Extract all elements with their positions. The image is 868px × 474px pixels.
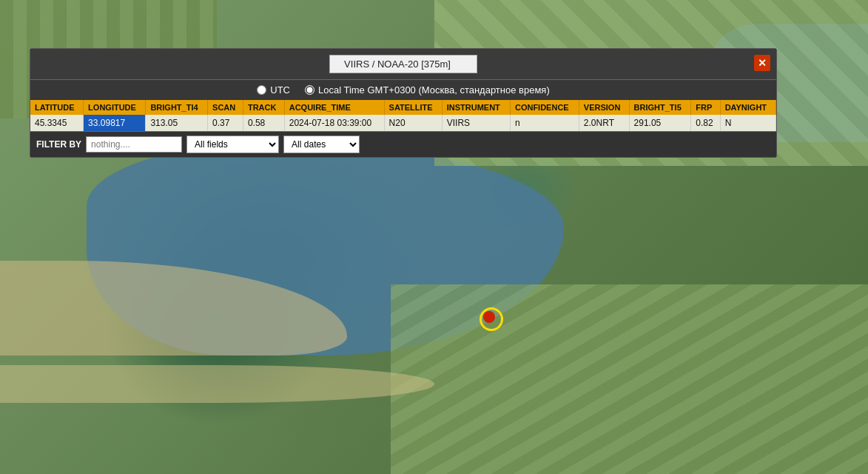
utc-radio-label[interactable]: UTC xyxy=(257,84,290,96)
col-header-instrument[interactable]: INSTRUMENT xyxy=(442,100,510,115)
cell-satellite: N20 xyxy=(384,115,442,131)
header-row: LATITUDE LONGITUDE BRIGHT_TI4 SCAN TRACK… xyxy=(30,100,776,115)
col-header-longitude[interactable]: LONGITUDE xyxy=(84,100,146,115)
cell-bright-ti4: 313.05 xyxy=(146,115,208,131)
fire-marker[interactable] xyxy=(480,307,503,331)
data-table: LATITUDE LONGITUDE BRIGHT_TI4 SCAN TRACK… xyxy=(30,100,776,131)
col-header-version[interactable]: VERSION xyxy=(579,100,629,115)
filter-fields-select[interactable]: All fields LATITUDE LONGITUDE BRIGHT_TI4… xyxy=(186,136,279,153)
local-radio[interactable] xyxy=(305,85,314,95)
cell-version: 2.0NRT xyxy=(579,115,629,131)
col-header-satellite[interactable]: SATELLITE xyxy=(384,100,442,115)
filter-dates-select[interactable]: All dates Today Last 7 days Last 30 days xyxy=(283,136,360,153)
cell-track: 0.58 xyxy=(243,115,284,131)
satellite-select[interactable]: VIIRS / NOAA-20 [375m] VIIRS / SUOMI-NPP… xyxy=(329,55,477,73)
cell-acquire-time: 2024-07-18 03:39:00 xyxy=(284,115,384,131)
timezone-row: UTC Local Time GMT+0300 (Москва, стандар… xyxy=(30,79,776,100)
col-header-confidence[interactable]: CONFIDENCE xyxy=(510,100,579,115)
col-header-acquire-time[interactable]: ACQUIRE_TIME xyxy=(284,100,384,115)
cell-latitude: 45.3345 xyxy=(30,115,84,131)
utc-radio[interactable] xyxy=(257,85,266,95)
cell-bright-ti5: 291.05 xyxy=(629,115,691,131)
fire-marker-dot xyxy=(483,311,495,323)
agricultural-field-2 xyxy=(391,284,868,474)
cell-scan: 0.37 xyxy=(208,115,243,131)
filter-input[interactable] xyxy=(86,136,182,153)
cell-frp: 0.82 xyxy=(691,115,720,131)
col-header-track[interactable]: TRACK xyxy=(243,100,284,115)
filter-label: FILTER BY xyxy=(36,139,81,150)
cell-daynight: N xyxy=(720,115,776,131)
shoreline-2 xyxy=(0,365,434,403)
utc-label: UTC xyxy=(270,84,290,96)
cell-instrument: VIIRS xyxy=(442,115,510,131)
col-header-scan[interactable]: SCAN xyxy=(208,100,243,115)
close-button[interactable]: ✕ xyxy=(754,55,770,71)
cell-confidence: n xyxy=(510,115,579,131)
data-panel: VIIRS / NOAA-20 [375m] VIIRS / SUOMI-NPP… xyxy=(30,48,777,158)
col-header-latitude[interactable]: LATITUDE xyxy=(30,100,84,115)
col-header-frp[interactable]: FRP xyxy=(691,100,720,115)
filter-row: FILTER BY All fields LATITUDE LONGITUDE … xyxy=(30,131,776,157)
table-body: 45.3345 33.09817 313.05 0.37 0.58 2024-0… xyxy=(30,115,776,131)
panel-titlebar: VIIRS / NOAA-20 [375m] VIIRS / SUOMI-NPP… xyxy=(30,49,776,79)
table-header: LATITUDE LONGITUDE BRIGHT_TI4 SCAN TRACK… xyxy=(30,100,776,115)
local-radio-label[interactable]: Local Time GMT+0300 (Москва, стандартное… xyxy=(305,84,550,96)
local-label: Local Time GMT+0300 (Москва, стандартное… xyxy=(318,84,550,96)
table-row[interactable]: 45.3345 33.09817 313.05 0.37 0.58 2024-0… xyxy=(30,115,776,131)
col-header-daynight[interactable]: DAYNIGHT xyxy=(720,100,776,115)
col-header-bright-ti5[interactable]: BRIGHT_TI5 xyxy=(629,100,691,115)
cell-longitude: 33.09817 xyxy=(84,115,146,131)
col-header-bright-ti4[interactable]: BRIGHT_TI4 xyxy=(146,100,208,115)
